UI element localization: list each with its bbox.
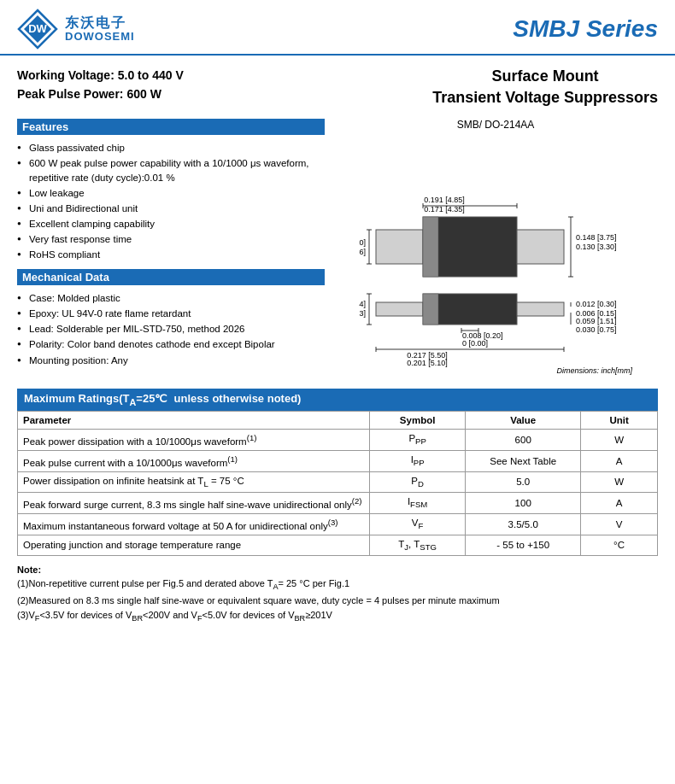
- svg-text:0.096 [2.44]: 0.096 [2.44]: [359, 300, 366, 308]
- cell-value: 3.5/5.0: [466, 513, 581, 535]
- table-row: Peak power dissipation with a 10/1000μs …: [18, 429, 658, 450]
- diagram-column: SMB/ DO-214AA 0.191 [4.85] 0.171 [4.35]: [333, 119, 658, 375]
- logo-area: DW 东沃电子 DOWOSEMI: [17, 9, 135, 50]
- col-param: Parameter: [18, 411, 370, 429]
- list-item: Low leakage: [17, 185, 325, 201]
- col-value: Value: [466, 411, 581, 429]
- list-item: Excellent clamping capability: [17, 216, 325, 231]
- series-title: SMBJ Series: [513, 15, 658, 43]
- cell-param: Peak forward surge current, 8.3 ms singl…: [18, 492, 370, 513]
- svg-rect-3: [376, 230, 423, 264]
- svg-text:0.030 [0.75]: 0.030 [0.75]: [576, 325, 617, 334]
- content-row: Features Glass passivated chip 600 W pea…: [17, 119, 658, 375]
- svg-rect-22: [376, 302, 423, 316]
- company-en: DOWOSEMI: [65, 31, 135, 43]
- list-item: Mounting position: Any: [17, 353, 325, 368]
- svg-rect-6: [517, 230, 564, 264]
- cell-unit: W: [581, 471, 658, 492]
- svg-text:0.130 [3.30]: 0.130 [3.30]: [576, 243, 617, 251]
- col-symbol: Symbol: [369, 411, 465, 429]
- max-ratings-header: Maximum Ratings(TA=25℃ unless otherwise …: [17, 389, 658, 411]
- list-item: Lead: Solderable per MIL-STD-750, method…: [17, 321, 325, 336]
- svg-text:0.148 [3.75]: 0.148 [3.75]: [576, 233, 617, 242]
- list-item: 600 W peak pulse power capability with a…: [17, 155, 325, 184]
- logo-icon: DW: [17, 9, 58, 50]
- svg-text:0.012 [0.30]: 0.012 [0.30]: [576, 300, 617, 308]
- cell-value: 600: [466, 429, 581, 450]
- main-content: Working Voltage: 5.0 to 440 V Peak Pulse…: [0, 56, 675, 635]
- product-name-line2: Transient Voltage Suppressors: [432, 87, 658, 108]
- peak-power: Peak Pulse Power: 600 W: [17, 85, 184, 103]
- table-row: Peak forward surge current, 8.3 ms singl…: [18, 492, 658, 513]
- features-header: Features: [17, 119, 325, 135]
- note-1: (1)Non-repetitive current pulse per Fig.…: [17, 576, 658, 594]
- table-row: Power dissipation on infinite heatsink a…: [18, 471, 658, 492]
- notes-section: Note: (1)Non-repetitive current pulse pe…: [17, 563, 658, 625]
- mechanical-header: Mechanical Data: [17, 269, 325, 285]
- cell-param: Maximum instantaneous forward voltage at…: [18, 513, 370, 535]
- cell-param: Operating junction and storage temperatu…: [18, 535, 370, 555]
- col-unit: Unit: [581, 411, 658, 429]
- cell-param: Power dissipation on infinite heatsink a…: [18, 471, 370, 492]
- cell-symbol: VF: [369, 513, 465, 535]
- table-row: Operating junction and storage temperatu…: [18, 535, 658, 555]
- list-item: RoHS compliant: [17, 247, 325, 262]
- note-2: (2)Measured on 8.3 ms single half sine-w…: [17, 594, 658, 608]
- svg-rect-24: [423, 294, 438, 325]
- package-diagram: 0.191 [4.85] 0.171 [4.35] 0.087 [2.20] 0…: [359, 136, 632, 375]
- cell-unit: A: [581, 492, 658, 513]
- svg-text:0.201 [5.10]: 0.201 [5.10]: [407, 359, 448, 367]
- ratings-table: Parameter Symbol Value Unit Peak power d…: [17, 411, 658, 556]
- list-item: Glass passivated chip: [17, 140, 325, 155]
- product-name-line1: Surface Mount: [432, 66, 658, 87]
- package-label: SMB/ DO-214AA: [333, 119, 658, 131]
- cell-value: See Next Table: [466, 450, 581, 471]
- list-item: Uni and Bidirectional unit: [17, 201, 325, 216]
- list-item: Case: Molded plastic: [17, 290, 325, 306]
- table-row: Maximum instantaneous forward voltage at…: [18, 513, 658, 535]
- left-titles: Working Voltage: 5.0 to 440 V Peak Pulse…: [17, 66, 184, 104]
- cell-symbol: IPP: [369, 450, 465, 471]
- list-item: Polarity: Color band denotes cathode end…: [17, 336, 325, 352]
- right-titles: Surface Mount Transient Voltage Suppress…: [432, 66, 658, 108]
- svg-text:0.191 [4.85]: 0.191 [4.85]: [424, 196, 465, 204]
- cell-unit: °C: [581, 535, 658, 555]
- max-ratings-section: Maximum Ratings(TA=25℃ unless otherwise …: [17, 389, 658, 556]
- svg-rect-5: [423, 217, 438, 277]
- list-item: Epoxy: UL 94V-0 rate flame retardant: [17, 306, 325, 321]
- notes-title: Note:: [17, 563, 658, 577]
- max-ratings-title: Maximum Ratings(TA=25℃ unless otherwise …: [24, 392, 301, 405]
- cell-param: Peak power dissipation with a 10/1000μs …: [18, 429, 370, 450]
- company-cn: 东沃电子: [65, 15, 135, 31]
- cell-param: Peak pulse current with a 10/1000μs wave…: [18, 450, 370, 471]
- cell-unit: W: [581, 429, 658, 450]
- cell-symbol: TJ, TSTG: [369, 535, 465, 555]
- cell-value: 100: [466, 492, 581, 513]
- svg-text:0.084 [2.13]: 0.084 [2.13]: [359, 309, 366, 318]
- working-voltage: Working Voltage: 5.0 to 440 V: [17, 66, 184, 85]
- note-3: (3)VF<3.5V for devices of VBR<200V and V…: [17, 608, 658, 625]
- table-row: Peak pulse current with a 10/1000μs wave…: [18, 450, 658, 471]
- logo-text: 东沃电子 DOWOSEMI: [65, 15, 135, 43]
- svg-text:0 [0.00]: 0 [0.00]: [462, 339, 488, 348]
- cell-unit: A: [581, 450, 658, 471]
- cell-value: 5.0: [466, 471, 581, 492]
- svg-text:DW: DW: [28, 22, 47, 35]
- cell-unit: V: [581, 513, 658, 535]
- cell-symbol: IFSM: [369, 492, 465, 513]
- svg-rect-25: [517, 302, 564, 316]
- cell-value: - 55 to +150: [466, 535, 581, 555]
- list-item: Very fast response time: [17, 231, 325, 247]
- features-list: Glass passivated chip 600 W peak pulse p…: [17, 140, 325, 262]
- mechanical-list: Case: Molded plastic Epoxy: UL 94V-0 rat…: [17, 290, 325, 367]
- svg-text:0.171 [4.35]: 0.171 [4.35]: [424, 205, 465, 214]
- svg-text:0.059 [1.51]: 0.059 [1.51]: [576, 317, 617, 325]
- cell-symbol: PPP: [369, 429, 465, 450]
- svg-text:0.087 [2.20]: 0.087 [2.20]: [359, 238, 366, 247]
- svg-text:Dimensions: inch[mm]: Dimensions: inch[mm]: [556, 366, 632, 375]
- header: DW 东沃电子 DOWOSEMI SMBJ Series: [0, 0, 675, 56]
- top-info: Working Voltage: 5.0 to 440 V Peak Pulse…: [17, 66, 658, 108]
- cell-symbol: PD: [369, 471, 465, 492]
- svg-text:0.078 [1.96]: 0.078 [1.96]: [359, 248, 366, 256]
- left-column: Features Glass passivated chip 600 W pea…: [17, 119, 325, 375]
